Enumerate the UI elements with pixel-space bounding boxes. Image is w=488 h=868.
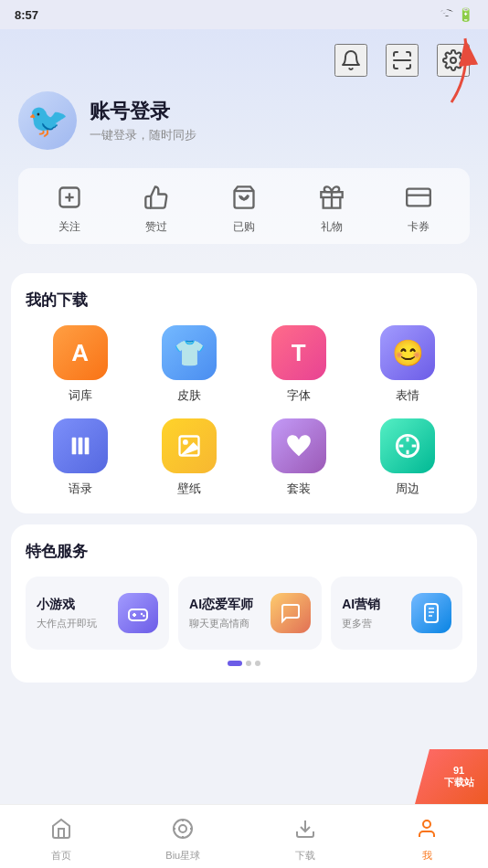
action-gift[interactable]: 礼物	[306, 181, 357, 235]
ziti-icon: T	[271, 325, 326, 380]
downloads-title: 我的下载	[26, 290, 462, 311]
download-item-zhoubian[interactable]: 周边	[354, 418, 463, 497]
gift-label: 礼物	[321, 219, 343, 235]
service-xiaoyouxi-text: 小游戏 大作点开即玩	[37, 597, 97, 630]
biu-icon	[172, 818, 194, 845]
svg-point-37	[423, 820, 430, 828]
action-purchased[interactable]: 已购	[218, 181, 270, 235]
status-bar: 8:57 🔋	[0, 0, 488, 29]
download-item-ciku[interactable]: A 词库	[26, 325, 135, 404]
svg-point-1	[451, 58, 456, 63]
nav-download[interactable]: 下载	[244, 810, 366, 863]
services-section: 特色服务 小游戏 大作点开即玩 AI恋爱军师 聊天更高情商	[11, 524, 477, 683]
biaoqing-icon: 😊	[380, 325, 435, 380]
service-ai-marketing-subtitle: 更多营	[342, 617, 380, 630]
service-xiaoyouxi-subtitle: 大作点开即玩	[37, 617, 97, 630]
profile-title: 账号登录	[90, 98, 196, 125]
home-icon	[50, 818, 72, 845]
dot-2	[246, 661, 251, 666]
profile-text: 账号登录 一键登录，随时同步	[90, 98, 196, 143]
download-item-taozhuang[interactable]: 套装	[244, 418, 354, 497]
profile-row[interactable]: 🐦 账号登录 一键登录，随时同步	[18, 91, 470, 150]
nav-biu[interactable]: Biu星球	[122, 810, 245, 863]
zhoubian-label: 周边	[396, 481, 419, 497]
bottom-nav: 首页 Biu星球 下载	[0, 804, 488, 868]
bizhi-icon	[162, 418, 217, 473]
settings-button[interactable]	[437, 44, 470, 77]
service-ai-marketing-title: AI营销	[342, 597, 380, 613]
download-item-yulu[interactable]: 语录	[26, 418, 135, 497]
notification-button[interactable]	[334, 44, 367, 77]
service-xiaoyouxi-title: 小游戏	[37, 597, 97, 613]
avatar-image: 🐦	[27, 101, 69, 140]
status-icons: 🔋	[440, 6, 473, 24]
nav-profile[interactable]: 我	[366, 810, 489, 863]
download-grid: A 词库 👕 皮肤 T 字体 😊 表情	[26, 325, 462, 497]
taozhuang-icon	[271, 418, 326, 473]
scan-button[interactable]	[386, 44, 419, 77]
services-grid: 小游戏 大作点开即玩 AI恋爱军师 聊天更高情商	[26, 577, 462, 650]
download-item-bizhi[interactable]: 壁纸	[135, 418, 245, 497]
bizhi-label: 壁纸	[177, 481, 201, 497]
gift-icon	[315, 181, 348, 214]
svg-point-30	[174, 820, 192, 838]
follow-label: 关注	[58, 219, 80, 235]
battery-icon: 🔋	[458, 7, 473, 22]
svg-rect-12	[78, 438, 82, 455]
nav-profile-label: 我	[422, 849, 432, 863]
pifu-label: 皮肤	[177, 387, 201, 404]
zhoubian-icon	[380, 418, 435, 473]
follow-icon	[53, 181, 86, 214]
service-ai-love-text: AI恋爱军师 聊天更高情商	[189, 597, 253, 630]
liked-icon	[140, 181, 173, 214]
service-ai-love-icon	[271, 593, 311, 633]
card-label: 卡券	[408, 219, 430, 235]
nav-home[interactable]: 首页	[0, 810, 122, 863]
svg-rect-13	[84, 438, 89, 455]
purchased-icon	[228, 181, 260, 214]
dot-3	[255, 661, 260, 666]
biaoqing-label: 表情	[396, 387, 419, 404]
services-title: 特色服务	[26, 541, 462, 562]
top-icons-row	[18, 44, 470, 77]
download-item-pifu[interactable]: 👕 皮肤	[135, 325, 245, 404]
avatar[interactable]: 🐦	[18, 91, 77, 150]
svg-point-15	[184, 440, 187, 444]
ciku-icon: A	[53, 325, 108, 380]
nav-home-label: 首页	[51, 849, 71, 863]
pifu-icon: 👕	[162, 325, 217, 380]
action-follow[interactable]: 关注	[44, 181, 95, 235]
svg-rect-11	[71, 438, 76, 455]
service-xiaoyouxi[interactable]: 小游戏 大作点开即玩	[26, 577, 169, 650]
svg-rect-9	[407, 189, 430, 206]
download-item-biaoqing[interactable]: 😊 表情	[354, 325, 463, 404]
profile-subtitle: 一键登录，随时同步	[90, 127, 196, 143]
watermark: 91下载站	[415, 749, 488, 804]
svg-point-31	[179, 825, 186, 832]
service-ai-love[interactable]: AI恋爱军师 聊天更高情商	[178, 577, 322, 650]
nav-download-label: 下载	[295, 849, 315, 863]
watermark-text: 91下载站	[430, 765, 474, 789]
quick-actions: 关注 赞过 已购	[18, 168, 470, 244]
ziti-label: 字体	[287, 387, 311, 404]
profile-icon	[416, 818, 438, 845]
service-ai-marketing-icon	[411, 593, 451, 633]
action-card[interactable]: 卡券	[393, 181, 444, 235]
service-ai-love-subtitle: 聊天更高情商	[189, 617, 253, 630]
ciku-label: 词库	[69, 387, 92, 404]
service-ai-love-title: AI恋爱军师	[189, 597, 253, 613]
taozhuang-label: 套装	[287, 481, 311, 497]
action-liked[interactable]: 赞过	[131, 181, 182, 235]
svg-point-25	[143, 615, 144, 617]
svg-rect-26	[425, 604, 438, 622]
downloads-section: 我的下载 A 词库 👕 皮肤 T 字体 😊 表情	[11, 273, 477, 513]
service-ai-marketing[interactable]: AI营销 更多营	[331, 577, 462, 650]
download-icon	[294, 818, 316, 845]
purchased-label: 已购	[233, 219, 255, 235]
wifi-icon	[440, 6, 454, 24]
card-icon	[402, 181, 435, 214]
download-item-ziti[interactable]: T 字体	[244, 325, 354, 404]
scroll-dots	[26, 661, 462, 666]
svg-point-24	[141, 613, 143, 615]
liked-label: 赞过	[145, 219, 167, 235]
